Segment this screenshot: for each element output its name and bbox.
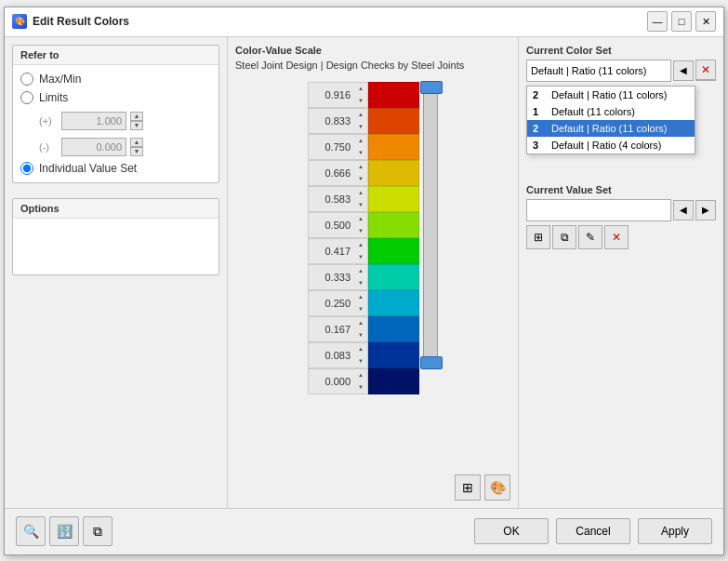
scale-up-9[interactable]: ▲ — [354, 317, 367, 329]
cancel-button[interactable]: Cancel — [556, 518, 630, 544]
value-icon-btn[interactable]: 🔢 — [49, 516, 79, 546]
limits-radio[interactable] — [20, 91, 33, 104]
dropdown-item-0[interactable]: 2Default | Ratio (11 colors) — [527, 87, 695, 103]
cvs-duplicate-btn[interactable]: ⧉ — [552, 225, 576, 249]
color-block-10[interactable] — [368, 342, 419, 368]
color-block-8[interactable] — [368, 290, 419, 316]
scale-up-3[interactable]: ▲ — [354, 161, 367, 173]
scale-value-10: 0.083 — [308, 342, 354, 368]
scale-up-8[interactable]: ▲ — [354, 291, 367, 303]
title-bar-left: 🎨 Edit Result Colors — [12, 14, 129, 29]
scale-row: 0.417 ▲ ▼ — [308, 238, 419, 264]
color-block-0[interactable] — [368, 82, 419, 108]
scale-arrows-9: ▲ ▼ — [354, 316, 368, 342]
scale-row: 0.083 ▲ ▼ — [308, 342, 419, 368]
color-block-4[interactable] — [368, 186, 419, 212]
scale-up-2[interactable]: ▲ — [354, 135, 367, 147]
plus-value-input[interactable] — [61, 112, 126, 130]
color-block-9[interactable] — [368, 316, 419, 342]
apply-button[interactable]: Apply — [638, 518, 712, 544]
scale-up-11[interactable]: ▲ — [354, 369, 367, 381]
scale-arrows-2: ▲ ▼ — [354, 134, 368, 160]
scale-up-0[interactable]: ▲ — [354, 83, 367, 95]
ok-button[interactable]: OK — [474, 518, 549, 544]
scale-up-1[interactable]: ▲ — [354, 109, 367, 121]
grid-icon-btn[interactable]: ⊞ — [455, 474, 481, 501]
plus-down-arrow[interactable]: ▼ — [130, 121, 143, 130]
scale-up-10[interactable]: ▲ — [354, 343, 367, 355]
scale-row: 0.666 ▲ ▼ — [308, 160, 419, 186]
scale-row: 0.000 ▲ ▼ — [308, 368, 419, 394]
dropdown-item-3[interactable]: 3Default | Ratio (4 colors) — [527, 137, 695, 154]
scale-up-7[interactable]: ▲ — [354, 265, 367, 277]
color-set-close-btn[interactable]: ✕ — [695, 60, 716, 80]
cvs-next-btn[interactable]: ▶ — [695, 200, 716, 220]
color-set-select-row: Default | Ratio (11 colors) ◀ ▶ — [526, 60, 716, 82]
slider-handle-bottom[interactable] — [420, 356, 443, 369]
scale-down-7[interactable]: ▼ — [354, 277, 367, 289]
dropdown-label-3: Default | Ratio (4 colors) — [551, 140, 661, 151]
individual-label: Individual Value Set — [39, 162, 137, 175]
limits-radio-item[interactable]: Limits — [20, 91, 211, 104]
scale-up-6[interactable]: ▲ — [354, 239, 367, 251]
scale-value-7: 0.333 — [308, 264, 354, 290]
color-block-11[interactable] — [368, 368, 419, 394]
window-title: Edit Result Colors — [33, 15, 129, 28]
scale-down-6[interactable]: ▼ — [354, 251, 367, 263]
minimize-button[interactable]: — — [647, 11, 668, 32]
minus-down-arrow[interactable]: ▼ — [130, 147, 143, 156]
search-icon-btn[interactable]: 🔍 — [16, 516, 46, 546]
color-set-prev-btn[interactable]: ◀ — [673, 60, 694, 81]
color-block-5[interactable] — [368, 212, 419, 238]
individual-radio[interactable] — [20, 162, 33, 175]
color-block-1[interactable] — [368, 108, 419, 134]
scale-down-11[interactable]: ▼ — [354, 381, 367, 394]
scale-down-5[interactable]: ▼ — [354, 225, 367, 237]
scale-down-9[interactable]: ▼ — [354, 329, 367, 341]
color-block-6[interactable] — [368, 238, 419, 264]
cvs-select-box[interactable] — [526, 199, 671, 221]
scale-down-2[interactable]: ▼ — [354, 147, 367, 159]
scale-down-8[interactable]: ▼ — [354, 303, 367, 315]
cvs-prev-btn[interactable]: ◀ — [673, 200, 694, 220]
maxmin-label: Max/Min — [39, 73, 81, 86]
current-color-set-title: Current Color Set — [526, 45, 716, 56]
scale-row: 0.250 ▲ ▼ — [308, 290, 419, 316]
slider-handle-top[interactable] — [420, 81, 443, 94]
scale-down-1[interactable]: ▼ — [354, 121, 367, 133]
minus-up-arrow[interactable]: ▲ — [130, 138, 143, 147]
minus-value-input[interactable] — [61, 138, 126, 156]
maxmin-radio-item[interactable]: Max/Min — [20, 73, 211, 86]
dropdown-item-1[interactable]: 1Default (11 colors) — [527, 103, 695, 120]
scale-down-3[interactable]: ▼ — [354, 173, 367, 185]
mid-panel: Color-Value Scale Steel Joint Design | D… — [228, 37, 519, 508]
plus-up-arrow[interactable]: ▲ — [130, 112, 143, 121]
cvs-delete-btn[interactable]: ✕ — [604, 225, 629, 249]
color-block-2[interactable] — [368, 134, 419, 160]
copy-icon-btn[interactable]: ⧉ — [83, 516, 113, 546]
individual-radio-item[interactable]: Individual Value Set — [20, 162, 211, 175]
limits-label: Limits — [39, 91, 68, 104]
color-block-3[interactable] — [368, 160, 419, 186]
scale-down-4[interactable]: ▼ — [354, 199, 367, 211]
footer-left: 🔍 🔢 ⧉ — [16, 516, 113, 546]
color-scale-container: 0.916 ▲ ▼ 0.833 ▲ ▼ 0.750 ▲ ▼ 0.666 ▲ — [235, 78, 510, 467]
minus-label: (-) — [39, 141, 58, 153]
color-scale-desc: Steel Joint Design | Design Checks by St… — [235, 60, 510, 71]
color-set-select-box[interactable]: Default | Ratio (11 colors) — [526, 60, 671, 82]
dropdown-num-1: 1 — [533, 106, 546, 117]
scale-up-4[interactable]: ▲ — [354, 187, 367, 199]
scale-down-10[interactable]: ▼ — [354, 355, 367, 367]
cvs-edit-btn[interactable]: ✎ — [578, 225, 602, 249]
scale-row: 0.500 ▲ ▼ — [308, 212, 419, 238]
scale-value-1: 0.833 — [308, 108, 354, 134]
scale-down-0[interactable]: ▼ — [354, 95, 367, 107]
scale-up-5[interactable]: ▲ — [354, 213, 367, 225]
cvs-copy-btn[interactable]: ⊞ — [526, 225, 550, 249]
maximize-button[interactable]: □ — [671, 11, 692, 32]
dropdown-item-2[interactable]: 2Default | Ratio (11 colors) — [527, 120, 695, 137]
close-button[interactable]: ✕ — [695, 11, 716, 32]
palette-icon-btn[interactable]: 🎨 — [484, 474, 510, 501]
maxmin-radio[interactable] — [20, 73, 33, 86]
color-block-7[interactable] — [368, 264, 419, 290]
